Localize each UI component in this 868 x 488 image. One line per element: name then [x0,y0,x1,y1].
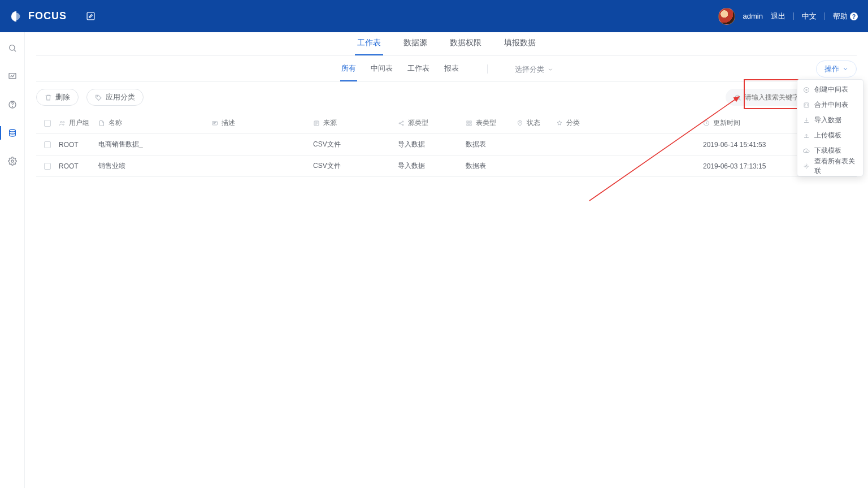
cell-ttype: 数据表 [466,161,517,171]
separator [824,12,825,20]
pin-icon [517,120,523,127]
tab-worksheet[interactable]: 工作表 [355,38,383,55]
dd-create-intermediate[interactable]: 创建中间表 [797,82,863,97]
cell-stype: 导入数据 [398,140,466,149]
chevron-down-icon [843,66,848,72]
table-header: 用户组 名称 描述 来源 源类型 表类型 状态 分类 更新时间 [36,113,857,134]
table-row[interactable]: ROOT电商销售数据_CSV文件导入数据数据表2019-06-14 15:41:… [36,134,857,156]
separator [793,12,794,20]
cell-stype: 导入数据 [398,161,466,171]
svg-point-5 [9,129,15,132]
clock-icon [703,120,710,127]
import-icon [803,117,810,124]
help-icon: ? [850,12,858,20]
upload-icon [803,132,810,139]
col-user: 用户组 [69,118,89,128]
svg-rect-17 [470,121,471,123]
cell-name: 销售业绩 [98,161,211,171]
rail-chart-icon[interactable] [0,68,25,84]
select-category[interactable]: 选择分类 [515,64,553,81]
svg-rect-11 [212,121,218,125]
tab-reports[interactable]: 报表 [443,63,460,81]
col-status: 状态 [527,118,540,128]
tab-datasource[interactable]: 数据源 [401,38,429,55]
dd-merge-intermediate[interactable]: 合并中间表 [797,97,863,113]
row-checkbox[interactable] [44,141,51,148]
avatar[interactable] [718,8,735,25]
select-all-checkbox[interactable] [44,120,51,127]
svg-point-8 [735,95,740,100]
svg-point-9 [60,121,62,123]
dd-import[interactable]: 导入数据 [797,113,863,128]
primary-tabs: 工作表 数据源 数据权限 填报数据 [36,32,857,56]
tab-intermediate[interactable]: 中间表 [370,63,394,81]
col-ttype: 表类型 [476,118,496,128]
delete-button[interactable]: 删除 [36,89,79,106]
col-desc: 描述 [222,118,235,128]
svg-point-10 [63,121,64,123]
rail-settings-icon[interactable] [0,153,25,169]
username[interactable]: admin [743,12,763,20]
secondary-tabs-row: 所有 中间表 工作表 报表 选择分类 操作 [36,56,857,82]
lang-link[interactable]: 中文 [802,11,817,21]
actions-dropdown: 创建中间表 合并中间表 导入数据 上传模板 下载模板 查看所有表关联 [797,79,863,176]
rail-help-icon[interactable] [0,97,25,113]
cell-user: ROOT [59,162,98,170]
col-category: 分类 [566,118,580,128]
svg-point-20 [519,122,521,123]
svg-point-1 [9,45,14,50]
left-rail [0,32,25,488]
table-row[interactable]: ROOT销售业绩CSV文件导入数据数据表2019-06-03 17:13:15 [36,156,857,177]
cell-ttype: 数据表 [466,140,517,149]
svg-point-7 [97,96,97,96]
rail-search-icon[interactable] [0,40,25,56]
col-source: 来源 [323,118,337,128]
svg-point-15 [402,124,403,126]
svg-rect-16 [467,121,468,123]
tab-worksheets[interactable]: 工作表 [406,63,431,81]
merge-icon [803,102,810,109]
svg-point-13 [399,123,400,124]
apply-category-button[interactable]: 应用分类 [86,89,144,106]
svg-point-14 [402,121,403,122]
tab-report-data[interactable]: 填报数据 [502,38,538,55]
top-bar: FOCUS admin 退出 中文 帮助? [0,0,868,32]
download-icon [803,148,810,154]
rail-data-icon[interactable] [0,125,25,141]
help-link[interactable]: 帮助? [833,11,858,21]
search-input[interactable] [745,93,801,101]
users-icon [59,120,66,127]
actions-button[interactable]: 操作 [816,61,857,77]
dd-upload-template[interactable]: 上传模板 [797,128,863,143]
col-time: 更新时间 [713,118,740,128]
svg-rect-18 [467,124,468,126]
row-checkbox[interactable] [44,163,51,170]
relation-icon [803,163,810,170]
logo[interactable]: FOCUS [10,10,67,23]
plus-circle-icon [803,87,810,93]
svg-rect-0 [87,12,94,20]
share-icon [398,120,405,127]
chevron-down-icon [548,67,553,72]
search-icon [734,94,741,101]
search-box[interactable] [726,89,805,106]
logo-text: FOCUS [28,10,67,22]
edit-icon[interactable] [84,10,97,23]
tab-all[interactable]: 所有 [340,63,357,81]
separator [487,64,488,74]
tag-icon [95,94,102,101]
grid-icon [466,120,472,127]
star-icon [556,120,563,127]
desc-icon [211,120,218,127]
col-name: 名称 [108,118,122,128]
logo-icon [10,10,23,23]
toolbar: 删除 应用分类 总页数:1 [36,82,857,113]
svg-rect-19 [470,124,471,126]
trash-icon [45,94,52,101]
svg-point-4 [12,106,12,107]
col-stype: 源类型 [408,118,428,128]
tab-permission[interactable]: 数据权限 [448,38,484,55]
logout-link[interactable]: 退出 [771,11,785,21]
dd-view-relations[interactable]: 查看所有表关联 [797,158,863,174]
svg-point-6 [11,160,14,162]
